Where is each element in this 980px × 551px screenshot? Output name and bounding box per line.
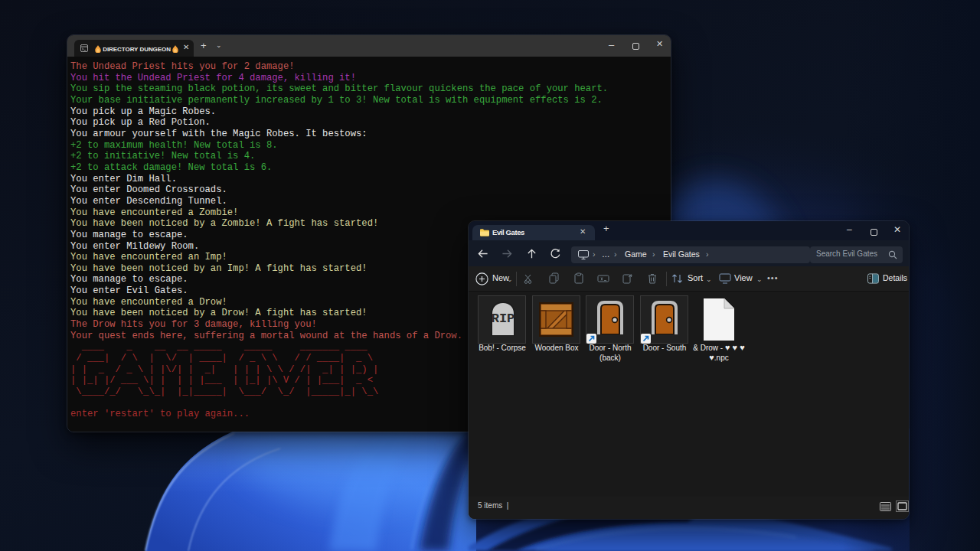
svg-text:RIP: RIP: [492, 311, 515, 326]
